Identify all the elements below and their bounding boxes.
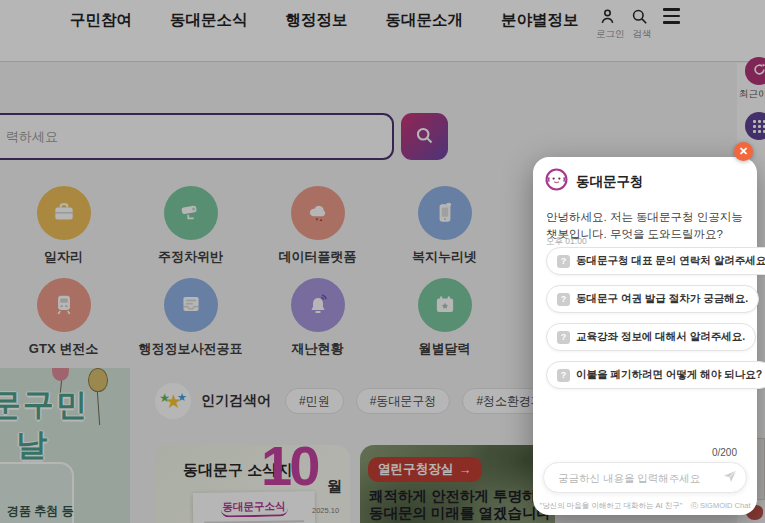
question-icon: ? bbox=[557, 369, 570, 382]
chatbot-footer: "당신의 마음을 이해하고 대화하는 AI 친구" ⓒ SIGMOID Chat bbox=[533, 501, 757, 511]
question-icon: ? bbox=[557, 255, 570, 268]
page: 구민참여 동대문소식 행정정보 동대문소개 분야별정보 로그인 검색 bbox=[0, 0, 765, 523]
paper-plane-icon bbox=[722, 468, 738, 487]
chatbot-avatar bbox=[545, 168, 568, 195]
char-counter: 0/200 bbox=[712, 447, 737, 458]
chat-input-bar bbox=[543, 462, 747, 493]
chatbot-header: 동대문구청 bbox=[545, 168, 644, 195]
send-button[interactable] bbox=[722, 468, 738, 487]
chatbot-quick-replies: ? 동대문구청 대표 문의 연락처 알려주세요. ? 동대문구 여권 발급 절차… bbox=[546, 247, 765, 389]
chatbot-tagline: "당신의 마음을 이해하고 대화하는 AI 친구" bbox=[540, 501, 683, 510]
quick-reply-education[interactable]: ? 교육강좌 정보에 대해서 알려주세요. bbox=[546, 323, 756, 351]
chatbot-brand: ⓒ SIGMOID Chat bbox=[690, 501, 750, 510]
question-icon: ? bbox=[557, 293, 570, 306]
chatbot-close-button[interactable]: ✕ bbox=[734, 142, 753, 161]
quick-reply-contact[interactable]: ? 동대문구청 대표 문의 연락처 알려주세요. bbox=[546, 247, 765, 275]
quick-reply-disposal[interactable]: ? 이불을 폐기하려면 어떻게 해야 되나요? bbox=[546, 361, 765, 389]
quick-reply-passport[interactable]: ? 동대문구 여권 발급 절차가 궁금해요. bbox=[546, 285, 759, 313]
question-icon: ? bbox=[557, 331, 570, 344]
chatbot-panel: 동대문구청 안녕하세요. 저는 동대문구청 인공지능 챗봇입니다. 무엇을 도와… bbox=[533, 157, 757, 515]
chatbot-title: 동대문구청 bbox=[576, 173, 644, 191]
chat-message-input[interactable] bbox=[556, 471, 722, 485]
